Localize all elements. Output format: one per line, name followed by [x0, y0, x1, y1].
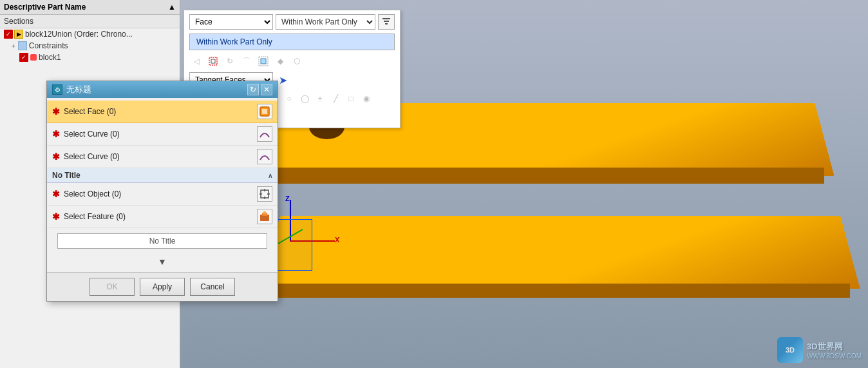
select-curve1-row[interactable]: ✱ Select Curve (0)	[47, 123, 278, 146]
apply-button[interactable]: Apply	[140, 278, 185, 296]
cancel-button[interactable]: Cancel	[190, 278, 235, 296]
select-face-btn[interactable]	[257, 104, 272, 119]
tree-header-label: Descriptive Part Name	[4, 3, 86, 12]
required-star-1: ✱	[52, 106, 60, 117]
viewport: Z X Face Within Work Part Only Within Wo…	[180, 0, 868, 368]
dialog-body: ✱ Select Face (0) ✱ Select Curve (0) ✱ S…	[47, 98, 278, 272]
no-title-box[interactable]: No Title	[57, 233, 267, 249]
select-curve2-btn[interactable]	[257, 149, 272, 164]
select-face-row[interactable]: ✱ Select Face (0)	[47, 101, 278, 123]
svg-rect-2	[385, 23, 388, 24]
tree-header: Descriptive Part Name ▲	[0, 0, 180, 15]
check-icon: ✓	[4, 30, 13, 39]
select-face-label: Select Face (0)	[64, 107, 253, 116]
tree-item-block1[interactable]: ✓ block1	[0, 52, 180, 63]
select-curve2-label: Select Curve (0)	[64, 152, 253, 161]
no-title-label: No Title	[52, 171, 80, 180]
no-title-box-container: No Title	[47, 228, 278, 254]
back-icon-btn[interactable]: ◁	[189, 54, 203, 68]
slash-icon-btn[interactable]: ╱	[328, 92, 343, 106]
watermark-info: 3D世界网 WWW.3DSW.COM	[807, 341, 862, 360]
face2-icon-btn[interactable]: ◉	[359, 92, 373, 106]
dialog-refresh-btn[interactable]: ↻	[247, 84, 259, 95]
svg-rect-3	[209, 57, 217, 65]
axis-z-label: Z	[285, 195, 290, 202]
move2-icon-btn[interactable]: ◆	[273, 54, 287, 68]
gear-icon: ⚙	[55, 86, 61, 93]
watermark-main-text: 3D世界网	[807, 341, 862, 353]
ok-button[interactable]: OK	[90, 278, 135, 296]
block1-icon	[30, 54, 37, 61]
required-star-2: ✱	[52, 129, 60, 139]
select-feature-row[interactable]: ✱ Select Feature (0)	[47, 206, 278, 228]
down-arrow-row: ▼	[47, 254, 278, 269]
chevron-up-icon: ∧	[268, 172, 272, 179]
constraints-label: Constraints	[29, 41, 68, 50]
dialog-titlebar[interactable]: ⚙ 无标题 ↻ ✕	[47, 81, 278, 98]
watermark-sub-text: WWW.3DSW.COM	[807, 353, 862, 360]
plus-icon-btn[interactable]: +	[313, 92, 327, 106]
lasso-icon-btn[interactable]: ⌒	[240, 54, 254, 68]
watermark-logo: 3D	[777, 337, 803, 363]
no-title-box-label: No Title	[149, 237, 176, 246]
no-title-section-header[interactable]: No Title ∧	[47, 168, 278, 183]
dialog-title: 无标题	[66, 84, 245, 95]
required-star-5: ✱	[52, 211, 60, 222]
toolbar-row-1: Face Within Work Part Only	[189, 14, 395, 30]
dialog: ⚙ 无标题 ↻ ✕ ✱ Select Face (0) ✱ Select Cur…	[46, 81, 278, 302]
dropdown-item-within-work[interactable]: Within Work Part Only	[190, 34, 394, 50]
toolbar-filter-btn[interactable]	[378, 14, 395, 30]
dialog-buttons: OK Apply Cancel	[47, 272, 278, 301]
svg-rect-0	[382, 18, 390, 19]
select-feature-btn[interactable]	[257, 209, 272, 224]
3d-shape-side-top	[258, 168, 824, 184]
tree-item-constraints[interactable]: + Constraints	[0, 40, 180, 52]
toolbar-row-2: ◁ ↻ ⌒ ◆ ⬡	[189, 54, 395, 68]
select-curve2-row[interactable]: ✱ Select Curve (0)	[47, 146, 278, 168]
select-feature-label: Select Feature (0)	[64, 212, 253, 221]
scope-select[interactable]: Within Work Part Only	[276, 14, 375, 30]
zoom-icon-btn[interactable]: ⬡	[290, 54, 304, 68]
svg-rect-6	[261, 59, 266, 64]
tree-item-label: block12Union (Order: Chrono...	[25, 30, 133, 39]
axis-x-label: X	[335, 236, 339, 244]
select-object-label: Select Object (0)	[64, 189, 253, 199]
svg-rect-4	[211, 59, 215, 63]
3d-shape-bottom	[260, 216, 860, 289]
tree-sections-label: Sections	[0, 15, 180, 28]
check-icon-block1: ✓	[19, 53, 28, 62]
select-curve1-btn[interactable]	[257, 126, 272, 142]
required-star-4: ✱	[52, 189, 60, 199]
select-box-icon-btn[interactable]	[206, 54, 220, 68]
select-object-btn[interactable]	[257, 186, 272, 202]
face-select[interactable]: Face	[189, 14, 273, 30]
select-obj-icon-btn[interactable]	[256, 54, 270, 68]
watermark: 3D 3D世界网 WWW.3DSW.COM	[777, 337, 862, 363]
tree-item-block12union[interactable]: ✓ ▶ block12Union (Order: Chrono...	[0, 28, 180, 40]
select-curve1-label: Select Curve (0)	[64, 130, 253, 139]
rotate-icon-btn[interactable]: ↻	[223, 54, 237, 68]
3d-shape-side-bottom	[270, 284, 850, 298]
svg-rect-8	[262, 109, 267, 114]
select-object-row[interactable]: ✱ Select Object (0)	[47, 183, 278, 206]
svg-rect-1	[384, 21, 389, 22]
block1-label: block1	[39, 53, 61, 62]
circle2-icon-btn[interactable]: ◯	[297, 92, 312, 106]
dialog-close-btn[interactable]: ✕	[261, 84, 272, 95]
constraints-icon	[18, 41, 27, 50]
circle-icon-btn[interactable]: ○	[282, 92, 296, 106]
required-star-3: ✱	[52, 151, 60, 162]
expand-icon: +	[12, 43, 15, 50]
scope-dropdown: Within Work Part Only	[189, 34, 395, 50]
sort-arrow-icon[interactable]: ▲	[168, 3, 176, 12]
svg-rect-16	[263, 211, 266, 214]
down-arrow-icon[interactable]: ▼	[158, 257, 167, 267]
folder-icon: ▶	[14, 30, 23, 39]
dialog-icon: ⚙	[52, 84, 62, 95]
square-icon-btn[interactable]: □	[344, 92, 358, 106]
